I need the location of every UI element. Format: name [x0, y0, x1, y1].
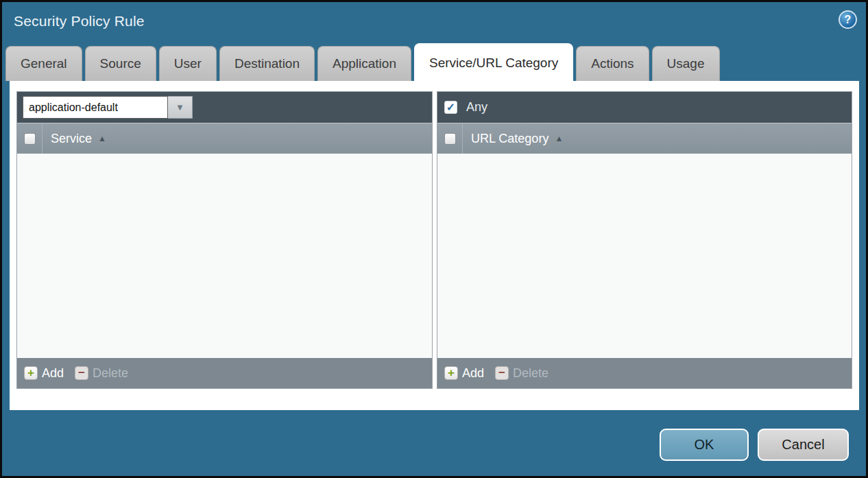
url-category-panel-footer: + Add − Delete — [437, 358, 852, 388]
service-column-sort[interactable]: Service ▲ — [51, 123, 106, 154]
service-type-combobox: ▼ — [23, 96, 193, 119]
delete-icon: − — [495, 366, 509, 380]
url-category-add-button[interactable]: + Add — [444, 366, 484, 381]
tab-actions[interactable]: Actions — [576, 46, 649, 81]
security-policy-rule-dialog: Security Policy Rule ? General Source Us… — [0, 0, 868, 478]
url-category-column-header-row: URL Category ▲ — [437, 123, 852, 154]
service-panel-header: ▼ — [17, 92, 432, 123]
ok-button[interactable]: OK — [660, 429, 749, 461]
tab-usage[interactable]: Usage — [652, 46, 720, 81]
delete-icon: − — [75, 366, 88, 380]
tab-service-url-category[interactable]: Service/URL Category — [414, 43, 573, 81]
service-type-dropdown-button[interactable]: ▼ — [168, 96, 193, 119]
help-icon[interactable]: ? — [839, 10, 857, 29]
service-list — [17, 154, 432, 358]
tab-bar: General Source User Destination Applicat… — [5, 43, 720, 81]
tab-content-area: ▼ Service ▲ + Add — [10, 81, 859, 410]
dialog-title: Security Policy Rule — [14, 13, 145, 29]
sort-asc-icon: ▲ — [98, 134, 106, 143]
add-icon: + — [444, 366, 458, 380]
tab-user[interactable]: User — [159, 46, 217, 81]
service-column-header-row: Service ▲ — [17, 123, 432, 154]
cancel-button[interactable]: Cancel — [758, 429, 849, 461]
url-category-panel-header: ✓ Any — [437, 92, 852, 123]
any-label: Any — [466, 100, 487, 115]
tab-source[interactable]: Source — [85, 46, 156, 81]
sort-asc-icon: ▲ — [555, 134, 563, 143]
url-category-column-sort[interactable]: URL Category ▲ — [471, 123, 563, 154]
add-icon: + — [24, 366, 38, 380]
tab-general[interactable]: General — [5, 46, 82, 81]
question-mark-glyph: ? — [845, 14, 852, 26]
service-delete-button[interactable]: − Delete — [75, 366, 128, 381]
tab-destination[interactable]: Destination — [219, 46, 315, 81]
tab-application[interactable]: Application — [317, 46, 411, 81]
url-category-select-all-checkbox[interactable] — [444, 133, 456, 145]
url-category-list — [437, 154, 852, 358]
checkmark-icon: ✓ — [446, 102, 455, 113]
service-panel-footer: + Add − Delete — [17, 358, 432, 388]
service-add-button[interactable]: + Add — [24, 366, 64, 381]
url-category-column-label: URL Category — [471, 132, 548, 146]
service-select-all-checkbox[interactable] — [24, 133, 36, 145]
service-column-label: Service — [51, 132, 92, 146]
service-panel: ▼ Service ▲ + Add — [16, 91, 433, 389]
service-select-all-cell — [17, 123, 43, 154]
any-checkbox[interactable]: ✓ — [444, 101, 457, 114]
url-category-panel: ✓ Any URL Category ▲ + Add — [437, 91, 852, 389]
chevron-down-icon: ▼ — [176, 103, 184, 112]
service-type-input[interactable] — [23, 96, 168, 119]
url-category-select-all-cell — [437, 123, 463, 154]
url-category-delete-button[interactable]: − Delete — [495, 366, 548, 381]
